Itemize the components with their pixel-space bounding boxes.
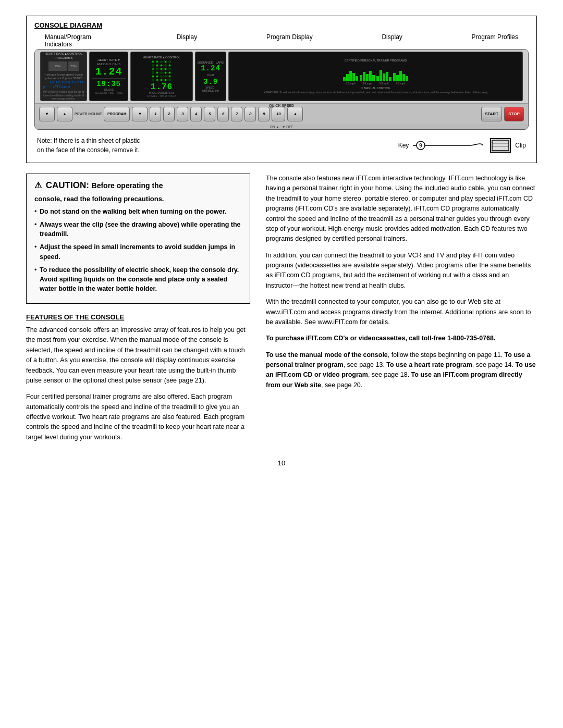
features-title: FEATURES OF THE CONSOLE: [26, 313, 250, 321]
caution-word: CAUTION:: [43, 180, 92, 190]
profile-bars-1: [343, 66, 358, 81]
time-display2: 19:35: [96, 80, 121, 88]
clip-box: [490, 138, 511, 153]
num-5-button[interactable]: 5: [204, 107, 215, 121]
display1-label: Display: [177, 33, 197, 48]
profile-bars-3: [376, 66, 391, 81]
up-arrow-icon: ▲: [63, 112, 66, 116]
clip-svg: [491, 139, 510, 152]
display2-label: Display: [382, 33, 402, 48]
down-arrow-icon: ▼: [45, 112, 48, 116]
main-content: ⚠ CAUTION: Before operating the console,…: [26, 174, 537, 449]
speed-down-button[interactable]: ▼: [132, 107, 148, 121]
console-diagram-section: CONSOLE DIAGRAM Manual/Program Indicator…: [26, 16, 537, 163]
caution-subtitle: Before operating the: [92, 181, 163, 190]
speed-distance-panel: DISTANCELAPS 1.24 Km/H 3.9 SPEED MIN/MIL…: [195, 52, 226, 101]
console-image: HEART RATE▲CONTROL PROGRAMS 25% 75% † se…: [34, 49, 529, 130]
num-8-button[interactable]: 8: [244, 107, 256, 121]
program-profiles-label: Program Profiles: [472, 33, 518, 48]
svg-text:9: 9: [419, 143, 422, 149]
program-display-panel: HEART RATE▲CONTROL 1.76 PROGRAM DISPLAY …: [130, 52, 193, 101]
stop-button[interactable]: STOP: [504, 107, 524, 121]
caution-list: Do not stand on the walking belt when tu…: [34, 207, 242, 293]
caution-box: ⚠ CAUTION: Before operating the console,…: [26, 174, 250, 304]
ifit-logo: · · · I n t e r a c t i v i t y · · · iF…: [43, 80, 84, 89]
warning-triangle-icon: ⚠: [34, 181, 42, 190]
caution-item-3: Adjust the speed in small increments to …: [34, 242, 242, 261]
power-down-button[interactable]: ▼: [39, 107, 55, 121]
manual-program-panel: HEART RATE▲CONTROL PROGRAMS 25% 75% † se…: [40, 52, 87, 101]
profiles-panel: CERTIFIED PERSONAL TRAINER PROGRAMS 5.0 …: [228, 52, 523, 101]
power-up-button[interactable]: ▲: [57, 107, 72, 121]
program-display-num: 1.76: [151, 83, 173, 91]
caution-item-1: Do not stand on the walking belt when tu…: [34, 207, 242, 216]
page-number: 10: [26, 459, 537, 467]
key-label: Key: [398, 142, 409, 149]
right-para-5: To use the manual mode of the console, f…: [266, 350, 537, 391]
caution-item-4: To reduce the possibility of electric sh…: [34, 265, 242, 293]
caution-follow-text: console, read the following precautions.: [34, 195, 242, 203]
profile-bars-4: [393, 66, 408, 81]
right-para-2: In addition, you can connect the treadmi…: [266, 251, 537, 291]
program-button[interactable]: PROGRAM: [104, 107, 130, 121]
buttons-area: QUICK SPEED ▼ ▲ POWER INCLINE PROGRAM ▼ …: [35, 103, 528, 124]
features-para-2: Four certified personal trainer programs…: [26, 392, 250, 442]
diagram-labels-row: Manual/Program Indicators Display Progra…: [34, 33, 529, 48]
num-4-button[interactable]: 4: [190, 107, 202, 121]
start-button[interactable]: START: [481, 107, 502, 121]
console-note: Note: If there is a thin sheet of plasti…: [37, 136, 140, 155]
led-grid: [152, 60, 172, 81]
key-clip-area: Key 9 Clip: [398, 138, 526, 153]
program-display-label: Program Display: [266, 33, 313, 48]
svg-rect-3: [492, 140, 509, 151]
power-incline-label: POWER INCLINE: [75, 112, 102, 116]
quick-speed-label: QUICK SPEED: [269, 104, 294, 107]
num-10-button[interactable]: 10: [272, 107, 285, 121]
num-2-button[interactable]: 2: [163, 107, 175, 121]
right-para-4: To purchase iFIT.com CD's or videocasset…: [266, 334, 537, 343]
left-column: ⚠ CAUTION: Before operating the console,…: [26, 174, 250, 449]
num-3-button[interactable]: 3: [177, 107, 188, 121]
caution-title: ⚠ CAUTION: Before operating the: [34, 180, 242, 191]
time-display: 1.24: [95, 67, 122, 77]
speed-down-icon: ▼: [138, 112, 142, 116]
heart-rate-panel: HEART RATE ♥ FAT CALS CALS 1.24 19:35 IN…: [89, 52, 128, 101]
right-para-1: The console also features new iFIT.com i…: [266, 174, 537, 244]
num-7-button[interactable]: 7: [231, 107, 242, 121]
clip-label: Clip: [515, 142, 526, 149]
caution-item-2: Always wear the clip (see the drawing ab…: [34, 220, 242, 239]
speed-up-icon: ▲: [293, 112, 297, 116]
distance-num: 1.24: [201, 64, 221, 72]
manual-program-label: Manual/Program Indicators: [45, 33, 107, 48]
right-column: The console also features new iFIT.com i…: [266, 174, 537, 449]
speed-num: 3.9: [203, 78, 218, 86]
console-diagram-title: CONSOLE DIAGRAM: [34, 21, 529, 29]
key-line-svg: 9: [413, 138, 486, 153]
num-6-button[interactable]: 6: [217, 107, 229, 121]
profile-bars-2: [360, 66, 375, 81]
right-para-3: With the treadmill connected to your com…: [266, 297, 537, 327]
num-9-button[interactable]: 9: [258, 107, 270, 121]
features-section: FEATURES OF THE CONSOLE The advanced con…: [26, 313, 250, 442]
features-para-1: The advanced console offers an impressiv…: [26, 325, 250, 386]
note-clip-area: Note: If there is a thin sheet of plasti…: [34, 136, 529, 155]
on-off-indicator: ON ▲ ▼ OFF: [35, 124, 528, 130]
speed-up-button[interactable]: ▲: [287, 107, 303, 121]
num-1-button[interactable]: 1: [150, 107, 161, 121]
console-top-strip: HEART RATE▲CONTROL PROGRAMS 25% 75% † se…: [35, 50, 528, 103]
